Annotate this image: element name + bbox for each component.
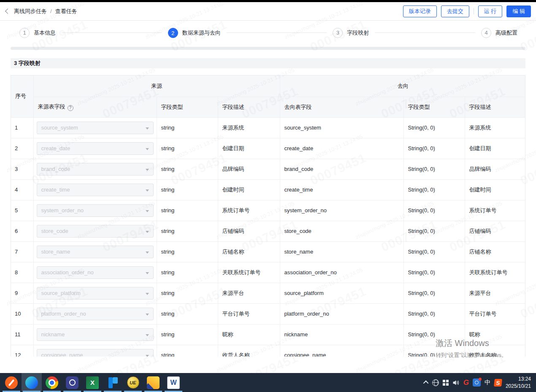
tray-window-panes[interactable] [443,380,449,386]
source-desc-cell: 来源系统 [218,117,280,138]
table-row: 11 nickname string 昵称 nickname String(0,… [11,324,525,345]
source-desc-cell: 创建时间 [218,179,280,200]
dest-field-cell: create_time [280,179,403,200]
row-index-cell: 9 [11,283,33,303]
step-advanced-config[interactable]: 4 高级配置 [481,28,517,38]
breadcrumb-separator: / [50,8,52,14]
source-type-cell: string [157,159,218,179]
step-1-circle: 1 [19,28,30,38]
dest-field-cell: nickname [280,324,403,345]
source-field-select[interactable]: source_system [37,122,154,134]
source-field-cell: source_platform [33,283,157,303]
horizontal-scrollbar[interactable] [11,47,525,50]
step-1-label: 基本信息 [34,29,56,37]
version-history-button[interactable]: 版本记录 [403,5,437,17]
taskbar-app-chrome[interactable] [42,373,62,392]
chevron-down-icon [146,293,149,295]
source-field-select[interactable]: create_date [37,142,154,155]
step-2-circle: 2 [168,28,178,38]
taskbar-app-fine[interactable] [103,373,123,392]
taskbar-app-foxmail[interactable] [143,373,163,392]
source-field-select[interactable]: store_code [37,225,154,238]
source-type-cell: string [157,221,218,241]
source-field-header-label: 来源表字段 [38,103,65,110]
app-window: 离线同步任务 / 查看任务 版本记录 去提交 运 行 编 辑 1 基本信息 2 … [0,2,536,373]
dest-field-cell: platform_order_no [280,303,403,324]
source-field-select-value: store_code [41,228,68,234]
system-tray: G 中 S 13:24 2025/10/21 [425,373,536,392]
source-type-cell: string [157,324,218,345]
tray-network[interactable] [432,379,439,386]
table-row: 3 brand_code string 品牌编码 brand_code Stri… [11,159,525,179]
source-field-select-value: create_time [41,187,70,193]
step-3-label: 字段映射 [347,29,369,37]
row-index-cell: 3 [11,159,33,179]
source-field-cell: system_order_no [33,200,157,221]
source-field-select[interactable]: store_name [37,246,154,258]
field-mapping-table-container: 序号 来源 去向 来源表字段? 字段类型 字段描述 去向表字段 字段类型 字段描… [11,75,525,357]
dest-desc-cell: 创建日期 [465,138,525,159]
dest-desc-cell: 品牌编码 [465,159,525,179]
source-field-cell: brand_code [33,159,157,179]
source-field-select[interactable]: platform_order_no [37,308,154,320]
chevron-down-icon [146,127,149,130]
taskbar-app-orange-pen[interactable] [1,373,22,392]
dest-type-cell: String(0, 0) [403,303,465,324]
speaker-icon [452,379,460,386]
taskbar-app-edge[interactable] [22,373,42,392]
table-row: 10 platform_order_no string 平台订单号 platfo… [11,303,525,324]
sogou-s-icon: S [494,379,502,387]
step-wizard: 1 基本信息 2 数据来源与去向 3 字段映射 4 高级配置 [0,21,536,45]
breadcrumb-parent[interactable]: 离线同步任务 [14,8,47,15]
dest-type-cell: String(0, 0) [403,283,465,303]
source-field-select[interactable]: source_platform [37,287,154,300]
help-icon[interactable]: ? [68,105,73,111]
taskbar-app-word[interactable]: W [163,373,184,392]
source-field-cell: store_name [33,241,157,262]
tray-show-hidden-icons[interactable] [425,381,428,384]
source-field-select[interactable]: brand_code [37,163,154,176]
taskbar-apps: X UE W [0,373,184,392]
windows-taskbar: X UE W G 中 S 13:24 2025/10/21 [0,373,536,392]
column-header-source-desc: 字段描述 [218,97,280,117]
source-field-select[interactable]: system_order_no [37,204,154,217]
tray-ime-language[interactable]: 中 [485,379,490,387]
tray-sogou-browser[interactable]: G [463,378,469,387]
source-field-select[interactable]: consignee_name [37,349,154,357]
column-header-dest-type: 字段类型 [403,97,465,117]
source-field-select-value: source_platform [41,290,81,296]
dest-field-cell: association_order_no [280,262,403,283]
taskbar-app-ultraedit[interactable]: UE [123,373,143,392]
source-field-select[interactable]: association_order_no [37,266,154,279]
source-desc-cell: 平台订单号 [218,303,280,324]
taskbar-app-comm[interactable] [62,373,82,392]
source-desc-cell: 创建日期 [218,138,280,159]
table-row: 7 store_name string 店铺名称 store_name Stri… [11,241,525,262]
step-field-mapping[interactable]: 3 字段映射 [333,28,369,38]
source-field-select-value: platform_order_no [41,311,86,317]
source-field-select[interactable]: create_time [37,184,154,196]
dest-type-cell: String(0, 0) [403,324,465,345]
row-index-cell: 1 [11,117,33,138]
taskbar-app-excel[interactable]: X [82,373,103,392]
step-data-source-dest[interactable]: 2 数据来源与去向 [168,28,221,38]
dest-type-cell: String(0, 0) [403,159,465,179]
taskbar-clock[interactable]: 13:24 2025/10/21 [506,376,531,389]
run-button[interactable]: 运 行 [478,5,503,17]
step-basic-info[interactable]: 1 基本信息 [19,28,56,38]
table-body: 1 source_system string 来源系统 source_syste… [11,117,525,357]
source-desc-cell: 来源平台 [218,283,280,303]
edit-button[interactable]: 编 辑 [506,5,531,17]
source-field-cell: platform_order_no [33,303,157,324]
back-icon[interactable] [5,8,11,14]
table-row: 1 source_system string 来源系统 source_syste… [11,117,525,138]
source-field-select[interactable]: nickname [37,328,154,341]
dest-type-cell: String(0, 0) [403,221,465,241]
chrome-browser-icon [46,376,58,389]
go-submit-button[interactable]: 去提交 [441,5,469,17]
tray-blue-app[interactable] [473,378,481,387]
window-panes-icon [443,380,449,386]
dest-field-cell: system_order_no [280,200,403,221]
tray-volume[interactable] [452,379,460,386]
tray-sogou-input[interactable]: S [494,379,502,387]
